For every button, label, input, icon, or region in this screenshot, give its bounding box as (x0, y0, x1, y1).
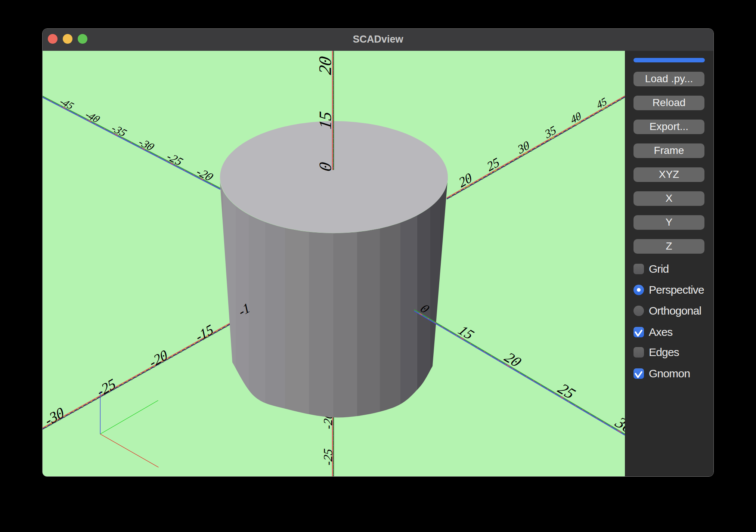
svg-text:-25: -25 (321, 448, 335, 466)
svg-text:15: 15 (316, 110, 335, 130)
svg-text:20: 20 (315, 55, 335, 76)
